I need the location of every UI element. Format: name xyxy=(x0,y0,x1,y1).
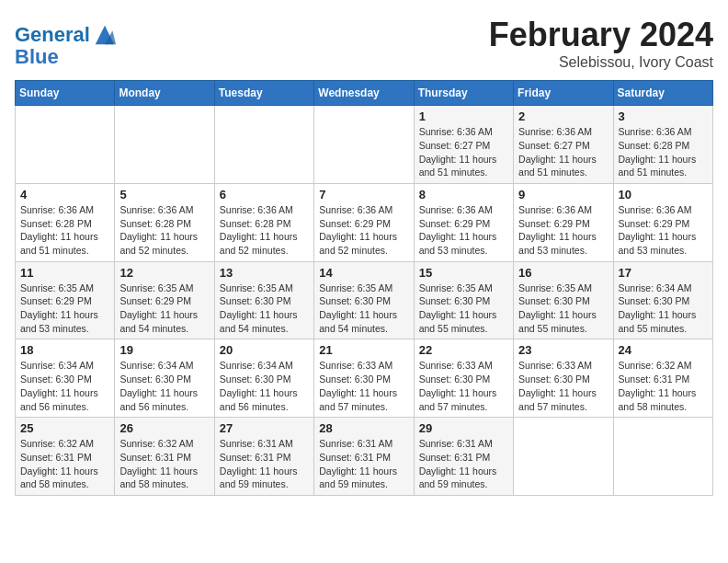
calendar-cell: 3Sunrise: 6:36 AM Sunset: 6:28 PM Daylig… xyxy=(613,106,712,184)
day-info: Sunrise: 6:35 AM Sunset: 6:29 PM Dayligh… xyxy=(119,282,209,336)
day-info: Sunrise: 6:36 AM Sunset: 6:29 PM Dayligh… xyxy=(518,203,608,258)
day-info: Sunrise: 6:32 AM Sunset: 6:31 PM Dayligh… xyxy=(119,437,209,491)
calendar-cell xyxy=(613,418,712,496)
calendar-cell: 4Sunrise: 6:36 AM Sunset: 6:28 PM Daylig… xyxy=(16,183,115,261)
day-info: Sunrise: 6:34 AM Sunset: 6:30 PM Dayligh… xyxy=(619,282,708,336)
day-number: 11 xyxy=(20,266,109,280)
calendar-cell: 27Sunrise: 6:31 AM Sunset: 6:31 PM Dayli… xyxy=(214,418,313,496)
day-number: 26 xyxy=(119,421,209,435)
day-number: 22 xyxy=(419,343,508,357)
day-number: 21 xyxy=(319,343,408,357)
calendar-week-row: 11Sunrise: 6:35 AM Sunset: 6:29 PM Dayli… xyxy=(16,261,713,339)
logo-icon xyxy=(92,22,118,48)
day-info: Sunrise: 6:31 AM Sunset: 6:31 PM Dayligh… xyxy=(319,437,408,491)
calendar-week-row: 4Sunrise: 6:36 AM Sunset: 6:28 PM Daylig… xyxy=(16,183,713,261)
calendar-cell: 23Sunrise: 6:33 AM Sunset: 6:30 PM Dayli… xyxy=(514,339,613,418)
day-info: Sunrise: 6:35 AM Sunset: 6:30 PM Dayligh… xyxy=(518,282,608,336)
calendar-cell: 2Sunrise: 6:36 AM Sunset: 6:27 PM Daylig… xyxy=(514,106,613,184)
weekday-header-cell: Sunday xyxy=(16,81,115,106)
day-info: Sunrise: 6:36 AM Sunset: 6:29 PM Dayligh… xyxy=(619,203,708,258)
calendar-cell: 9Sunrise: 6:36 AM Sunset: 6:29 PM Daylig… xyxy=(514,183,613,261)
day-number: 23 xyxy=(518,343,608,357)
calendar-body: 1Sunrise: 6:36 AM Sunset: 6:27 PM Daylig… xyxy=(16,106,713,496)
calendar-cell: 28Sunrise: 6:31 AM Sunset: 6:31 PM Dayli… xyxy=(314,418,414,496)
day-info: Sunrise: 6:33 AM Sunset: 6:30 PM Dayligh… xyxy=(419,359,508,413)
calendar-cell: 14Sunrise: 6:35 AM Sunset: 6:30 PM Dayli… xyxy=(314,261,414,339)
calendar-cell: 19Sunrise: 6:34 AM Sunset: 6:30 PM Dayli… xyxy=(115,339,214,418)
logo-text2: Blue xyxy=(15,46,59,68)
day-number: 12 xyxy=(119,266,209,280)
day-info: Sunrise: 6:35 AM Sunset: 6:29 PM Dayligh… xyxy=(20,282,109,336)
day-number: 16 xyxy=(518,266,608,280)
day-number: 28 xyxy=(319,421,408,435)
day-number: 27 xyxy=(220,421,309,435)
calendar-cell: 13Sunrise: 6:35 AM Sunset: 6:30 PM Dayli… xyxy=(214,261,313,339)
day-info: Sunrise: 6:36 AM Sunset: 6:28 PM Dayligh… xyxy=(619,125,708,179)
day-number: 1 xyxy=(419,109,508,123)
day-number: 10 xyxy=(619,188,708,201)
day-number: 7 xyxy=(319,188,408,201)
day-number: 14 xyxy=(319,266,408,280)
day-number: 15 xyxy=(419,266,508,280)
day-number: 6 xyxy=(220,188,309,201)
calendar-cell: 16Sunrise: 6:35 AM Sunset: 6:30 PM Dayli… xyxy=(514,261,613,339)
day-info: Sunrise: 6:32 AM Sunset: 6:31 PM Dayligh… xyxy=(20,437,109,491)
day-number: 2 xyxy=(518,109,608,123)
calendar-cell: 5Sunrise: 6:36 AM Sunset: 6:28 PM Daylig… xyxy=(115,183,214,261)
logo: General Blue xyxy=(15,22,118,68)
calendar-week-row: 1Sunrise: 6:36 AM Sunset: 6:27 PM Daylig… xyxy=(16,106,713,184)
title-block: February 2024 Selebissou, Ivory Coast xyxy=(489,15,713,71)
day-info: Sunrise: 6:36 AM Sunset: 6:28 PM Dayligh… xyxy=(220,203,309,258)
day-number: 13 xyxy=(220,266,309,280)
calendar-cell: 20Sunrise: 6:34 AM Sunset: 6:30 PM Dayli… xyxy=(214,339,313,418)
logo-text: General xyxy=(15,24,90,46)
day-number: 29 xyxy=(419,421,508,435)
day-info: Sunrise: 6:35 AM Sunset: 6:30 PM Dayligh… xyxy=(419,282,508,336)
day-info: Sunrise: 6:36 AM Sunset: 6:27 PM Dayligh… xyxy=(419,125,508,179)
weekday-header-cell: Saturday xyxy=(613,81,712,106)
calendar-cell: 17Sunrise: 6:34 AM Sunset: 6:30 PM Dayli… xyxy=(613,261,712,339)
month-title: February 2024 xyxy=(489,15,713,54)
calendar-cell: 18Sunrise: 6:34 AM Sunset: 6:30 PM Dayli… xyxy=(16,339,115,418)
day-info: Sunrise: 6:32 AM Sunset: 6:31 PM Dayligh… xyxy=(619,359,708,413)
day-info: Sunrise: 6:34 AM Sunset: 6:30 PM Dayligh… xyxy=(220,359,309,413)
day-info: Sunrise: 6:34 AM Sunset: 6:30 PM Dayligh… xyxy=(119,359,209,413)
calendar-cell: 21Sunrise: 6:33 AM Sunset: 6:30 PM Dayli… xyxy=(314,339,414,418)
day-number: 24 xyxy=(619,343,708,357)
calendar-cell: 11Sunrise: 6:35 AM Sunset: 6:29 PM Dayli… xyxy=(16,261,115,339)
calendar-cell: 10Sunrise: 6:36 AM Sunset: 6:29 PM Dayli… xyxy=(613,183,712,261)
weekday-header-cell: Wednesday xyxy=(314,81,414,106)
day-info: Sunrise: 6:36 AM Sunset: 6:29 PM Dayligh… xyxy=(319,203,408,258)
calendar-cell: 1Sunrise: 6:36 AM Sunset: 6:27 PM Daylig… xyxy=(414,106,513,184)
calendar-cell: 7Sunrise: 6:36 AM Sunset: 6:29 PM Daylig… xyxy=(314,183,414,261)
weekday-header-row: SundayMondayTuesdayWednesdayThursdayFrid… xyxy=(16,81,713,106)
day-info: Sunrise: 6:34 AM Sunset: 6:30 PM Dayligh… xyxy=(20,359,109,413)
day-info: Sunrise: 6:36 AM Sunset: 6:29 PM Dayligh… xyxy=(419,203,508,258)
calendar-cell: 29Sunrise: 6:31 AM Sunset: 6:31 PM Dayli… xyxy=(414,418,513,496)
day-number: 8 xyxy=(419,188,508,201)
weekday-header-cell: Monday xyxy=(115,81,214,106)
day-info: Sunrise: 6:35 AM Sunset: 6:30 PM Dayligh… xyxy=(220,282,309,336)
day-number: 17 xyxy=(619,266,708,280)
day-number: 19 xyxy=(119,343,209,357)
calendar-cell xyxy=(214,106,313,184)
calendar-cell: 6Sunrise: 6:36 AM Sunset: 6:28 PM Daylig… xyxy=(214,183,313,261)
day-number: 9 xyxy=(518,188,608,201)
calendar-cell: 15Sunrise: 6:35 AM Sunset: 6:30 PM Dayli… xyxy=(414,261,513,339)
calendar-cell: 8Sunrise: 6:36 AM Sunset: 6:29 PM Daylig… xyxy=(414,183,513,261)
day-info: Sunrise: 6:31 AM Sunset: 6:31 PM Dayligh… xyxy=(220,437,309,491)
day-number: 25 xyxy=(20,421,109,435)
day-number: 3 xyxy=(619,109,708,123)
calendar-cell xyxy=(314,106,414,184)
weekday-header-cell: Thursday xyxy=(414,81,513,106)
calendar-cell: 22Sunrise: 6:33 AM Sunset: 6:30 PM Dayli… xyxy=(414,339,513,418)
day-info: Sunrise: 6:33 AM Sunset: 6:30 PM Dayligh… xyxy=(518,359,608,413)
weekday-header-cell: Tuesday xyxy=(214,81,313,106)
calendar-table: SundayMondayTuesdayWednesdayThursdayFrid… xyxy=(15,80,713,496)
day-info: Sunrise: 6:36 AM Sunset: 6:28 PM Dayligh… xyxy=(119,203,209,258)
location-title: Selebissou, Ivory Coast xyxy=(489,54,713,71)
weekday-header-cell: Friday xyxy=(514,81,613,106)
day-info: Sunrise: 6:35 AM Sunset: 6:30 PM Dayligh… xyxy=(319,282,408,336)
calendar-cell: 26Sunrise: 6:32 AM Sunset: 6:31 PM Dayli… xyxy=(115,418,214,496)
day-number: 18 xyxy=(20,343,109,357)
